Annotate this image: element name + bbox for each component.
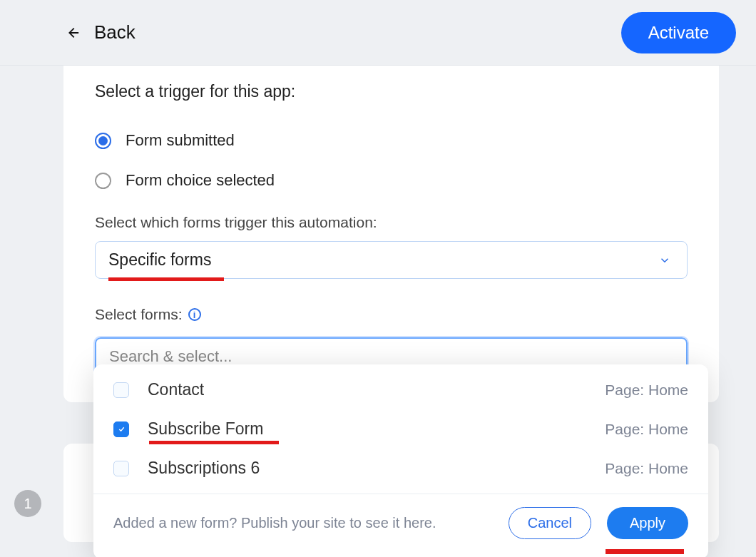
dropdown-option-subscribe-form[interactable]: Subscribe Form Page: Home — [93, 409, 708, 449]
cancel-button[interactable]: Cancel — [509, 507, 591, 539]
checkbox-icon — [113, 382, 129, 398]
select-forms-label: Select forms: — [95, 306, 183, 323]
option-meta: Page: Home — [605, 382, 688, 399]
option-meta: Page: Home — [605, 421, 688, 438]
back-label: Back — [94, 21, 136, 44]
radio-icon — [95, 133, 111, 149]
option-left: Subscribe Form — [113, 419, 263, 439]
option-name: Contact — [148, 380, 204, 399]
trigger-section-title: Select a trigger for this app: — [95, 82, 688, 101]
radio-form-submitted[interactable]: Form submitted — [95, 131, 688, 150]
step-badge: 1 — [14, 490, 41, 517]
back-button[interactable]: Back — [64, 21, 136, 44]
annotation-underline — [108, 277, 224, 281]
checkbox-checked-icon — [113, 421, 129, 437]
radio-form-choice-selected[interactable]: Form choice selected — [95, 171, 688, 190]
radio-label: Form choice selected — [126, 171, 275, 190]
trigger-radio-group: Form submitted Form choice selected — [95, 131, 688, 190]
info-icon[interactable]: i — [188, 308, 201, 321]
checkbox-icon — [113, 461, 129, 476]
arrow-left-icon — [64, 25, 80, 41]
trigger-panel: Select a trigger for this app: Form subm… — [63, 66, 719, 402]
header: Back Activate — [0, 0, 756, 66]
forms-filter-label: Select which forms trigger this automati… — [95, 214, 688, 231]
dropdown-footer: Added a new form? Publish your site to s… — [93, 494, 708, 557]
option-name: Subscribe Form — [148, 419, 263, 439]
radio-label: Form submitted — [126, 131, 235, 150]
option-meta: Page: Home — [605, 460, 688, 477]
dropdown-footer-text: Added a new form? Publish your site to s… — [113, 515, 436, 531]
radio-icon — [95, 173, 111, 189]
option-left: Contact — [113, 380, 204, 399]
option-left: Subscriptions 6 — [113, 459, 260, 478]
activate-button[interactable]: Activate — [621, 12, 736, 53]
forms-filter-value: Specific forms — [108, 250, 211, 270]
chevron-down-icon — [658, 254, 671, 267]
annotation-underline — [606, 549, 684, 554]
dropdown-option-contact[interactable]: Contact Page: Home — [93, 370, 708, 409]
option-name: Subscriptions 6 — [148, 459, 260, 478]
dropdown-option-subscriptions-6[interactable]: Subscriptions 6 Page: Home — [93, 449, 708, 488]
forms-dropdown: Contact Page: Home Subscribe Form Page: … — [93, 364, 708, 557]
footer-actions: Cancel Apply — [509, 507, 688, 539]
apply-button[interactable]: Apply — [607, 507, 688, 539]
forms-filter-select[interactable]: Specific forms — [95, 241, 688, 279]
annotation-underline — [149, 441, 279, 444]
select-forms-label-row: Select forms: i — [95, 306, 688, 323]
